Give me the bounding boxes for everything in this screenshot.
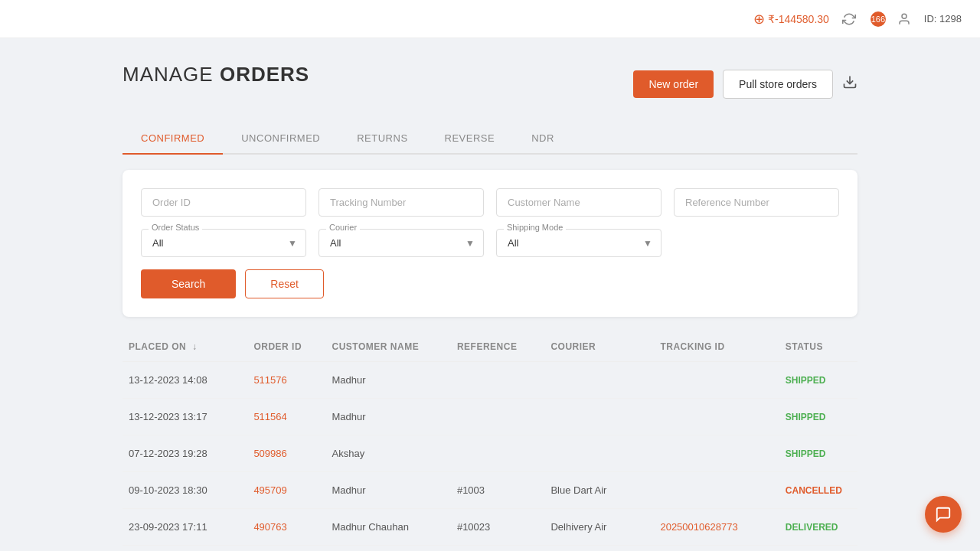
status-badge: CANCELLED (786, 485, 842, 496)
cell-reference: #10011 (451, 546, 545, 552)
cell-reference (451, 435, 545, 472)
order-id-link[interactable]: 509986 (253, 448, 286, 459)
cell-reference (451, 362, 545, 399)
filter-actions: Search Reset (141, 269, 839, 298)
cell-placed-on: 23-09-2023 14:24 (122, 546, 247, 552)
reset-button[interactable]: Reset (245, 269, 324, 298)
courier-select[interactable]: All (318, 229, 484, 257)
tab-confirmed[interactable]: CONFIRMED (122, 123, 223, 155)
cell-status: DELIVERED (779, 509, 858, 546)
tracking-number-input[interactable] (318, 188, 484, 217)
cell-order-id: 509986 (247, 435, 325, 472)
tab-reverse[interactable]: REVERSE (426, 123, 514, 155)
balance-display[interactable]: ⊕ ₹-144580.30 (753, 11, 829, 28)
status-badge: SHIPPED (786, 375, 826, 386)
cell-reference: #10023 (451, 509, 545, 546)
cell-order-id: 490763 (247, 509, 325, 546)
cell-tracking-id: 81385943365 (654, 546, 779, 552)
order-id-input[interactable] (141, 188, 306, 217)
cell-courier: Delhivery Air (544, 509, 654, 546)
cell-customer-name: Madhur Chauhan (326, 509, 451, 546)
table-row: 07-12-2023 19:28 509986 Akshay SHIPPED (122, 435, 858, 472)
table-header: PLACED ON ↓ ORDER ID CUSTOMER NAME REFER… (122, 332, 858, 362)
topbar: ⊕ ₹-144580.30 166 ID: 1298 (0, 0, 980, 38)
cell-status: SHIPPED (779, 362, 858, 399)
filter-row-1 (141, 188, 839, 217)
table-row: 13-12-2023 14:08 511576 Madhur SHIPPED (122, 362, 858, 399)
download-button[interactable] (842, 74, 858, 93)
courier-select-wrap: Courier All ▼ (318, 229, 484, 257)
user-avatar[interactable] (897, 11, 912, 27)
customer-name-input[interactable] (496, 188, 662, 217)
table-row: 09-10-2023 18:30 495709 Madhur #1003 Blu… (122, 472, 858, 509)
balance-value: ₹-144580.30 (768, 13, 829, 25)
cell-customer-name: Madhur (326, 399, 451, 435)
cell-placed-on: 09-10-2023 18:30 (122, 472, 247, 509)
cell-reference: #1003 (451, 472, 545, 509)
cell-placed-on: 07-12-2023 19:28 (122, 435, 247, 472)
table-body: 13-12-2023 14:08 511576 Madhur SHIPPED 1… (122, 362, 858, 552)
col-header-placed-on: PLACED ON ↓ (122, 332, 247, 362)
tab-unconfirmed[interactable]: UNCONFIRMED (223, 123, 338, 155)
cell-tracking-id (654, 362, 779, 399)
page-header: MANAGE ORDERS New order Pull store order… (122, 63, 858, 105)
search-button[interactable]: Search (141, 269, 236, 298)
cell-customer-name: Akshay (326, 435, 451, 472)
col-header-status: STATUS (779, 332, 858, 362)
tab-returns[interactable]: RETURNS (338, 123, 426, 155)
pull-store-orders-button[interactable]: Pull store orders (723, 70, 833, 99)
col-header-order-id: ORDER ID (247, 332, 325, 362)
cell-customer-name: Madhur (326, 362, 451, 399)
order-id-link[interactable]: 490763 (253, 521, 286, 533)
tracking-id-link[interactable]: 20250010628773 (660, 521, 737, 533)
status-badge: SHIPPED (786, 448, 826, 459)
page-title-light: MANAGE (122, 63, 220, 86)
shipping-mode-select-wrap: Shipping Mode All ▼ (496, 229, 662, 257)
cell-tracking-id: 20250010628773 (654, 509, 779, 546)
cell-courier (544, 399, 654, 435)
cell-tracking-id (654, 472, 779, 509)
order-id-link[interactable]: 511564 (253, 411, 286, 422)
orders-table: PLACED ON ↓ ORDER ID CUSTOMER NAME REFER… (122, 332, 858, 551)
shipping-mode-select[interactable]: All (496, 229, 662, 257)
refresh-button[interactable] (841, 11, 857, 27)
tabs-container: CONFIRMED UNCONFIRMED RETURNS REVERSE ND… (122, 123, 858, 155)
order-status-select-wrap: Order Status All ▼ (141, 229, 306, 257)
table-row: 13-12-2023 13:17 511564 Madhur SHIPPED (122, 399, 858, 435)
col-header-customer-name: CUSTOMER NAME (326, 332, 451, 362)
notification-bell[interactable]: 166 (869, 11, 884, 27)
col-header-reference: REFERENCE (451, 332, 545, 362)
reference-number-input[interactable] (674, 188, 839, 217)
cell-courier: Blue Dart Air (544, 472, 654, 509)
cell-status: SHIPPED (779, 546, 858, 552)
order-id-link[interactable]: 511576 (253, 374, 286, 386)
cell-status: SHIPPED (779, 435, 858, 472)
chat-bubble-button[interactable] (925, 496, 962, 533)
main-content: MANAGE ORDERS New order Pull store order… (0, 38, 980, 551)
cell-courier: Blue Dart Air (544, 546, 654, 552)
sort-icon[interactable]: ↓ (192, 341, 198, 352)
cell-customer-name: Madhur Chauhan (326, 546, 451, 552)
filter-card: Order Status All ▼ Courier All ▼ Shippin… (122, 170, 858, 317)
shipping-mode-label: Shipping Mode (504, 223, 566, 232)
page-title-bold: ORDERS (220, 63, 309, 86)
cell-order-id: 495709 (247, 472, 325, 509)
col-header-tracking-id: TRACKING ID (654, 332, 779, 362)
order-status-select[interactable]: All (141, 229, 306, 257)
table-header-row: PLACED ON ↓ ORDER ID CUSTOMER NAME REFER… (122, 332, 858, 362)
page-title: MANAGE ORDERS (122, 63, 309, 86)
new-order-button[interactable]: New order (633, 70, 714, 98)
table-row: 23-09-2023 17:11 490763 Madhur Chauhan #… (122, 509, 858, 546)
cell-courier (544, 435, 654, 472)
cell-placed-on: 23-09-2023 17:11 (122, 509, 247, 546)
cell-reference (451, 399, 545, 435)
table-row: 23-09-2023 14:24 490734 Madhur Chauhan #… (122, 546, 858, 552)
user-id: ID: 1298 (924, 13, 962, 24)
order-id-link[interactable]: 495709 (253, 484, 286, 496)
status-badge: DELIVERED (786, 522, 838, 533)
tab-ndr[interactable]: NDR (513, 123, 573, 155)
cell-order-id: 490734 (247, 546, 325, 552)
filter-row-2: Order Status All ▼ Courier All ▼ Shippin… (141, 229, 839, 257)
notification-count: 166 (871, 11, 886, 27)
cell-tracking-id (654, 399, 779, 435)
